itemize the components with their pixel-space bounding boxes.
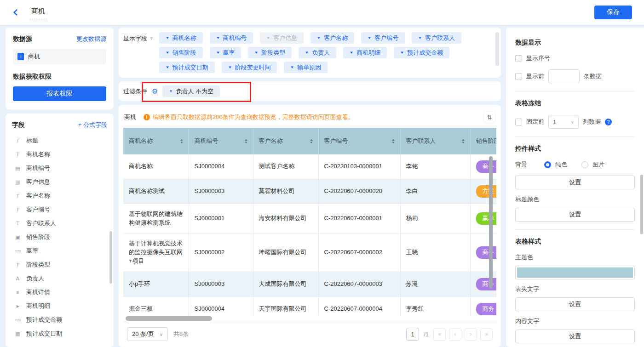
table-row[interactable]: 小p手环 SJ0000003 大成国际有限公司 C-20220607-00000…: [123, 272, 496, 296]
content-text-set-button[interactable]: 设置: [515, 330, 635, 343]
warning-icon: !: [144, 114, 150, 120]
page-size-select[interactable]: 20 条/页 ∨: [127, 327, 168, 341]
prev-page-button[interactable]: ‹: [449, 328, 461, 341]
field-item[interactable]: 123 预计成交金额: [12, 313, 107, 327]
chip-label: 预计成交金额: [407, 49, 443, 57]
field-type-icon: ▣: [14, 234, 22, 240]
chip-label: 客户联系人: [425, 34, 455, 42]
field-item[interactable]: A 负责人: [12, 272, 107, 285]
sort-icon[interactable]: ▲▼: [310, 139, 313, 144]
table-vertical-scrollbar[interactable]: [489, 156, 493, 289]
add-formula-field-link[interactable]: + 公式字段: [78, 121, 107, 129]
sort-order-icon[interactable]: ⇅: [483, 111, 495, 123]
theme-color-picker[interactable]: [515, 266, 635, 279]
field-item[interactable]: 123 赢率: [12, 244, 107, 258]
sort-icon[interactable]: ▲▼: [180, 139, 183, 144]
cell-opportunity-name: 基于物联网的建筑结构健康检测系统: [123, 204, 189, 233]
header-text-set-button[interactable]: 设置: [515, 297, 635, 311]
page-title[interactable]: 商机: [29, 6, 47, 19]
settings-scrollbar[interactable]: [640, 175, 643, 234]
freeze-checkbox[interactable]: [515, 119, 522, 125]
field-item[interactable]: T 客户名称: [12, 189, 107, 203]
field-item[interactable]: T 标题: [12, 134, 107, 148]
field-item[interactable]: T 阶段类型: [12, 258, 107, 272]
cell-customer-name: 天宇国际有限公司: [253, 296, 318, 316]
field-type-icon: T: [14, 193, 22, 199]
table-column-header[interactable]: 客户编号 ▲▼: [318, 128, 400, 154]
table-column-header[interactable]: 客户联系人 ▲▼: [400, 128, 470, 154]
table-row[interactable]: 基于物联网的建筑结构健康检测系统 SJ0000001 海安材料有限公司 C-20…: [123, 204, 496, 233]
table-column-header[interactable]: 客户名称 ▲▼: [253, 128, 318, 154]
display-field-chip[interactable]: ▼ 预计成交金额: [394, 47, 449, 58]
add-display-field-button[interactable]: +: [150, 34, 154, 73]
display-field-chip[interactable]: ▼ 预计成交日期: [159, 62, 215, 73]
datasource-item[interactable]: ≡ 商机: [13, 49, 106, 64]
field-item-label: 客户名称: [26, 192, 50, 200]
save-button[interactable]: 保存: [594, 6, 632, 19]
table-row[interactable]: 掘金三板 SJ0000004 天宇国际有限公司 C-20220607-00000…: [123, 296, 496, 316]
display-fields-card: 显示字段 + ▼ 商机名称 ▼ 商机编号: [119, 28, 501, 78]
help-icon[interactable]: ?: [605, 119, 612, 125]
last-page-button[interactable]: »: [480, 328, 493, 341]
total-count: 共8条: [173, 330, 189, 338]
field-item[interactable]: T 客户编号: [12, 203, 107, 216]
background-set-button[interactable]: 设置: [515, 176, 635, 189]
fields-scrollbar[interactable]: [109, 231, 112, 284]
table-column-header[interactable]: 销售阶段 ▲▼: [470, 128, 496, 154]
report-permission-button[interactable]: 报表权限: [13, 86, 106, 101]
table-column-header[interactable]: 商机编号 ▲▼: [189, 128, 253, 154]
field-item[interactable]: ▥ 客户信息: [12, 175, 107, 189]
display-field-chip[interactable]: ▼ 阶段类型: [248, 47, 292, 58]
display-field-chip[interactable]: ▼ 客户联系人: [412, 32, 461, 44]
change-datasource-link[interactable]: 更改数据源: [76, 35, 106, 43]
sort-icon[interactable]: ▲▼: [462, 139, 465, 144]
show-index-checkbox[interactable]: [515, 55, 522, 62]
solid-color-radio[interactable]: [544, 161, 551, 168]
gear-icon[interactable]: ⚙: [152, 88, 158, 95]
next-page-button[interactable]: ›: [465, 328, 477, 341]
field-item[interactable]: T 商机名称: [12, 148, 107, 161]
field-type-icon: T: [14, 152, 22, 157]
row-count-input[interactable]: [548, 69, 580, 83]
display-fields-scrollbar[interactable]: [495, 32, 499, 66]
field-item[interactable]: ▤ 商机编号: [12, 161, 107, 175]
display-field-chip[interactable]: ▼ 客户信息: [260, 32, 304, 44]
field-item-label: 负责人: [26, 274, 44, 283]
field-item[interactable]: ▶ 商机明细: [12, 299, 107, 313]
display-field-chip[interactable]: ▼ 阶段变更时间: [222, 62, 277, 73]
sort-icon[interactable]: ▲▼: [392, 139, 395, 144]
widget-style-title: 控件样式: [515, 145, 635, 153]
table-row[interactable]: 商机名称测试 SJ0000003 莫霍材料公司 C-20220607-00000…: [123, 179, 496, 204]
table-row[interactable]: 基于计算机视觉技术的监控摄像头互联网+项目 SJ0000002 坤曜国际有限公司…: [123, 233, 496, 272]
cell-contact: 杨莉: [400, 204, 470, 233]
display-field-chip[interactable]: ▼ 客户编号: [361, 32, 405, 44]
cell-customer-code: C-20230103-0000001: [318, 154, 400, 179]
first-page-button[interactable]: «: [433, 328, 446, 341]
filter-condition-chip[interactable]: ▼ 负责人 不为空: [162, 85, 220, 97]
field-item-label: 标题: [26, 137, 38, 145]
image-radio[interactable]: [581, 161, 588, 168]
hscrollbar-thumb[interactable]: [126, 316, 212, 321]
display-field-chip[interactable]: ▼ 销售阶段: [159, 47, 203, 58]
display-field-chip[interactable]: ▼ 商机名称: [159, 32, 203, 44]
back-icon[interactable]: [12, 8, 20, 17]
warning-text: 编辑界面只取数据源前200条作为查询数据预览，完整数据请访问页面查看。: [153, 113, 354, 121]
table-row[interactable]: 商机名称 SJ0000004 测试客户名称 C-20230103-0000001…: [123, 154, 496, 179]
sort-icon[interactable]: ▲▼: [245, 139, 247, 144]
display-field-chip[interactable]: ▼ 商机编号: [210, 32, 253, 44]
cell-opportunity-name: 掘金三板: [123, 296, 189, 316]
field-item[interactable]: ▦ 预计成交日期: [12, 327, 107, 341]
current-page-input[interactable]: 1: [406, 328, 419, 341]
field-item[interactable]: ▣ 销售阶段: [12, 230, 107, 244]
display-field-chip[interactable]: ▼ 客户名称: [310, 32, 354, 44]
field-item[interactable]: T 客户联系人: [12, 216, 107, 230]
field-item[interactable]: ≡ 商机详情: [12, 285, 107, 299]
display-field-chip[interactable]: ▼ 赢率: [210, 47, 242, 58]
display-field-chip[interactable]: ▼ 负责人: [299, 47, 336, 58]
table-column-header[interactable]: 商机名称 ▲▼: [123, 128, 189, 154]
display-field-chip[interactable]: ▼ 输单原因: [284, 62, 328, 73]
show-first-checkbox[interactable]: [515, 73, 522, 80]
display-field-chip[interactable]: ▼ 商机明细: [343, 47, 387, 58]
freeze-column-select[interactable]: 1 ∨: [548, 115, 579, 129]
title-color-set-button[interactable]: 设置: [515, 208, 635, 222]
